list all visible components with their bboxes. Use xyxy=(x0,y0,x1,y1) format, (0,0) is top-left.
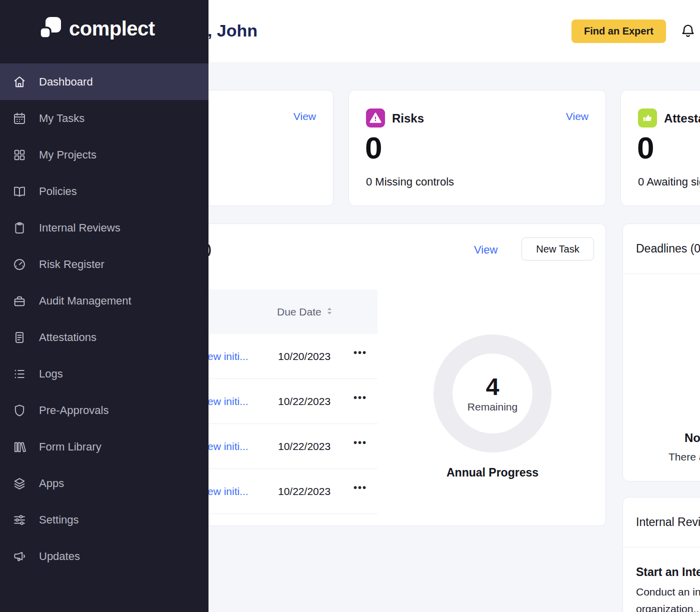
megaphone-icon xyxy=(12,549,27,564)
sidebar-nav: Dashboard My Tasks My Projects Policies xyxy=(0,64,208,574)
task-due-date: 10/20/2023 xyxy=(278,350,330,362)
open-book-icon xyxy=(12,184,27,199)
clipboard-icon xyxy=(12,220,27,236)
first-card-view-link[interactable]: View xyxy=(294,110,316,122)
start-internal-review-title: Start an Internal Review xyxy=(636,566,700,579)
sidebar-item-internal-reviews[interactable]: Internal Reviews xyxy=(0,210,208,246)
attestations-subtitle: 0 Awaiting signature xyxy=(638,176,700,188)
sort-icon xyxy=(326,306,334,318)
divider xyxy=(623,547,700,548)
sidebar-item-label: Dashboard xyxy=(39,76,93,88)
dashboard-screen: Good afternoon, John Find an Expert View… xyxy=(0,0,700,612)
deadlines-card-title: Deadlines (0) xyxy=(636,242,700,256)
sidebar-item-label: Policies xyxy=(39,185,77,198)
sidebar-item-label: Attestations xyxy=(39,331,96,344)
task-due-date: 10/22/2023 xyxy=(278,486,330,498)
sidebar-item-risk-register[interactable]: Risk Register xyxy=(0,246,208,282)
attestations-card: Attestations 0 0 Awaiting signature xyxy=(620,90,700,206)
briefcase-icon xyxy=(12,294,27,308)
shield-icon xyxy=(12,403,27,418)
risks-card-title: Risks xyxy=(392,112,424,126)
donut-center: 4 Remaining xyxy=(452,354,532,434)
sidebar-item-label: Audit Management xyxy=(39,294,132,308)
sidebar-item-logs[interactable]: Logs xyxy=(0,356,208,392)
sidebar-item-label: Logs xyxy=(39,368,63,380)
due-date-column-header[interactable]: Due Date xyxy=(277,306,334,318)
brand-logo[interactable]: complect xyxy=(39,16,155,41)
task-due-date: 10/22/2023 xyxy=(278,440,330,452)
sidebar-item-settings[interactable]: Settings xyxy=(0,502,208,538)
find-expert-button[interactable]: Find an Expert xyxy=(572,20,666,43)
risks-view-link[interactable]: View xyxy=(566,110,588,122)
task-due-date: 10/22/2023 xyxy=(278,396,330,408)
notification-bell-button[interactable] xyxy=(680,22,696,40)
annual-progress-caption: Annual Progress xyxy=(434,466,552,480)
annual-progress-donut: 4 Remaining xyxy=(434,334,552,452)
donut-value: 4 xyxy=(486,374,500,400)
attestations-card-title: Attestations xyxy=(664,112,700,126)
sidebar-item-apps[interactable]: Apps xyxy=(0,465,208,502)
layers-icon xyxy=(12,476,27,491)
new-task-button[interactable]: New Task xyxy=(522,238,594,260)
deadlines-empty-title: No Deadlines xyxy=(623,431,700,445)
brand-wordmark: complect xyxy=(69,18,155,40)
risk-warning-icon xyxy=(366,108,385,128)
sidebar-item-my-tasks[interactable]: My Tasks xyxy=(0,100,208,136)
sidebar-item-dashboard[interactable]: Dashboard xyxy=(0,64,208,100)
sidebar-item-policies[interactable]: Policies xyxy=(0,173,208,210)
due-date-header-label: Due Date xyxy=(277,306,322,318)
thumbs-up-icon xyxy=(638,108,657,128)
risks-card: Risks View 0 0 Missing controls xyxy=(348,90,606,206)
internal-reviews-card-title: Internal Reviews xyxy=(636,516,700,529)
sidebar-item-label: My Projects xyxy=(39,148,96,162)
gauge-icon xyxy=(12,257,27,272)
books-icon xyxy=(12,440,27,454)
sidebar-item-audit-management[interactable]: Audit Management xyxy=(0,282,208,319)
sidebar: complect Dashboard My Tasks My Projects xyxy=(0,0,208,612)
sidebar-item-label: Risk Register xyxy=(39,258,104,271)
sliders-icon xyxy=(12,512,27,528)
list-icon xyxy=(12,366,27,382)
complect-logo-icon xyxy=(39,16,62,41)
sidebar-item-label: Updates xyxy=(39,550,80,563)
document-icon xyxy=(12,330,27,345)
divider xyxy=(623,274,700,274)
sidebar-item-label: Apps xyxy=(39,477,64,490)
deadlines-card: Deadlines (0) No Deadlines There are no … xyxy=(622,224,700,482)
start-internal-review-text: Conduct an internal review of your organ… xyxy=(636,584,700,612)
tasks-view-link[interactable]: View xyxy=(474,244,498,256)
sidebar-item-pre-approvals[interactable]: Pre-Approvals xyxy=(0,392,208,428)
bell-icon xyxy=(680,32,696,40)
sidebar-item-label: Internal Reviews xyxy=(39,222,120,234)
attestations-count: 0 xyxy=(637,132,654,164)
sidebar-item-my-projects[interactable]: My Projects xyxy=(0,136,208,173)
grid-icon xyxy=(12,148,27,162)
row-menu-button[interactable]: ••• xyxy=(354,347,367,358)
risks-count: 0 xyxy=(365,132,382,164)
sidebar-item-attestations[interactable]: Attestations xyxy=(0,319,208,356)
row-menu-button[interactable]: ••• xyxy=(354,482,367,494)
deadlines-empty-state: No Deadlines There are no deadlines xyxy=(623,431,700,463)
deadlines-empty-text: There are no deadlines xyxy=(623,451,700,463)
sidebar-item-label: Pre-Approvals xyxy=(39,404,108,417)
sidebar-item-label: Settings xyxy=(39,514,79,526)
sidebar-item-label: Form Library xyxy=(39,440,102,454)
home-icon xyxy=(12,74,27,90)
calendar-icon xyxy=(12,111,27,126)
risks-subtitle: 0 Missing controls xyxy=(366,176,454,188)
sidebar-item-form-library[interactable]: Form Library xyxy=(0,428,208,465)
sidebar-item-updates[interactable]: Updates xyxy=(0,538,208,574)
sidebar-item-label: My Tasks xyxy=(39,112,84,125)
donut-label: Remaining xyxy=(468,401,518,413)
row-menu-button[interactable]: ••• xyxy=(354,437,367,448)
row-menu-button[interactable]: ••• xyxy=(354,392,367,404)
internal-reviews-card: Internal Reviews Start an Internal Revie… xyxy=(622,497,700,612)
